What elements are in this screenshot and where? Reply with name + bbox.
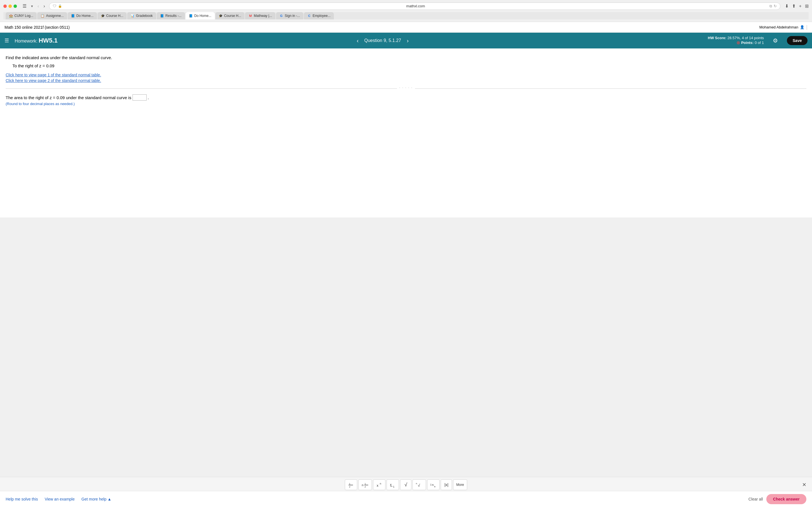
answer-row: The area to the right of z = 0.09 under … xyxy=(6,94,806,101)
homework-label: Homework: xyxy=(15,39,38,44)
tab-courseh1-label: Course H... xyxy=(106,14,123,18)
hw-score-value: 28.57%, 4 of 14 points xyxy=(727,36,764,40)
share-icon[interactable]: ⬆ xyxy=(792,3,796,9)
back-button[interactable]: ‹ xyxy=(36,3,41,10)
lock-icon: 🔒 xyxy=(58,4,62,8)
tab-employee-label: Employee... xyxy=(313,14,331,18)
question-sub-instruction: To the right of z = 0.09 xyxy=(12,63,806,68)
tab-cuny-favicon: 🏫 xyxy=(9,14,13,18)
score-section: HW Score: 28.57%, 4 of 14 points ⊗ Point… xyxy=(708,36,764,45)
tab-courseh2[interactable]: 🎓 Course H... xyxy=(215,12,245,19)
tab-employee-favicon: C xyxy=(307,14,311,18)
tab-dropdown-icon: ▼ xyxy=(31,4,34,8)
homework-title: HW5.1 xyxy=(39,37,57,44)
question-label: Question 9, 5.1.27 xyxy=(364,38,401,43)
tab-courseh2-label: Course H... xyxy=(224,14,241,18)
user-icon: 👤 xyxy=(800,25,804,29)
divider-dots: · · · · · xyxy=(397,86,415,90)
settings-button[interactable]: ⚙ xyxy=(773,37,778,44)
tab-assignme-favicon: 📋 xyxy=(41,14,45,18)
new-tab-icon[interactable]: + xyxy=(799,4,802,9)
user-name: Mohamed Abdelrahman xyxy=(759,25,798,29)
tab-courseh1[interactable]: 🎓 Course H... xyxy=(98,12,127,19)
tab-dohome2[interactable]: 📘 Do Home... xyxy=(186,12,215,19)
tab-courseh2-favicon: 🎓 xyxy=(219,14,223,18)
tab-signin-favicon: G xyxy=(280,14,283,18)
tabs-bar: 🏫 CUNY Log... 📋 Assignme... 📘 Do Home...… xyxy=(3,12,809,19)
tab-cuny[interactable]: 🏫 CUNY Log... xyxy=(6,12,37,19)
tab-dohome1-label: Do Home... xyxy=(77,14,94,18)
tab-mathway-favicon: M xyxy=(248,14,252,18)
tab-dohome1[interactable]: 📘 Do Home... xyxy=(68,12,97,19)
address-bar[interactable]: 🛡 🔒 mathxl.com ⧉ ↻ xyxy=(49,3,780,10)
prev-question-button[interactable]: ‹ xyxy=(354,36,361,45)
tab-results-label: Results -... xyxy=(165,14,182,18)
tab-signin[interactable]: G Sign in -... xyxy=(276,12,303,19)
points-label: Points: xyxy=(741,41,754,45)
hw-score-label: HW Score: xyxy=(708,36,726,40)
tab-dohome2-favicon: 📘 xyxy=(189,14,193,18)
pip-icon: ⧉ xyxy=(769,4,772,8)
answer-input[interactable] xyxy=(133,94,147,101)
points-value: 0 of 1 xyxy=(755,41,764,45)
normal-table-link-1[interactable]: Click here to view page 1 of the standar… xyxy=(6,73,806,77)
sidebar-icon: ☰ xyxy=(22,4,27,8)
tab-signin-label: Sign in -... xyxy=(285,14,300,18)
page-header: Math 150 online 2021f (section 0511) Moh… xyxy=(0,22,812,33)
error-icon: ⊗ xyxy=(737,40,740,45)
round-note: (Round to four decimal places as needed.… xyxy=(6,102,806,106)
tab-dohome1-favicon: 📘 xyxy=(71,14,75,18)
answer-suffix: . xyxy=(148,95,149,100)
content-area: Find the indicated area under the standa… xyxy=(0,48,812,217)
tab-gradebook-label: Gradebook xyxy=(136,14,153,18)
tab-assignme-label: Assignme... xyxy=(46,14,64,18)
forward-button[interactable]: › xyxy=(42,3,47,10)
tab-gradebook-favicon: 📊 xyxy=(131,14,135,18)
next-question-button[interactable]: › xyxy=(405,36,411,45)
normal-table-link-2[interactable]: Click here to view page 2 of the standar… xyxy=(6,78,806,83)
divider-section: · · · · · xyxy=(6,89,806,89)
question-instruction: Find the indicated area under the standa… xyxy=(6,55,806,60)
tab-cuny-label: CUNY Log... xyxy=(14,14,33,18)
tab-dohome2-label: Do Home... xyxy=(194,14,211,18)
tab-assignme[interactable]: 📋 Assignme... xyxy=(37,12,67,19)
app-header: ☰ Homework: HW5.1 ‹ Question 9, 5.1.27 ›… xyxy=(0,33,812,48)
download-icon[interactable]: ⬇ xyxy=(785,3,789,9)
tab-results[interactable]: 📘 Results -... xyxy=(157,12,185,19)
grid-icon[interactable]: ⊞ xyxy=(805,3,809,9)
homework-title-section: Homework: HW5.1 xyxy=(15,37,57,44)
answer-prefix: The area to the right of z = 0.09 under … xyxy=(6,95,132,100)
url-text: mathxl.com xyxy=(64,4,768,8)
window-controls xyxy=(3,4,17,8)
save-button[interactable]: Save xyxy=(787,36,808,45)
question-nav: ‹ Question 9, 5.1.27 › xyxy=(354,36,411,45)
tab-mathway[interactable]: M Mathway |... xyxy=(245,12,275,19)
tab-courseh1-favicon: 🎓 xyxy=(101,14,105,18)
course-name: Math 150 online 2021f (section 0511) xyxy=(4,25,70,30)
shield-icon: 🛡 xyxy=(53,4,56,8)
hamburger-menu-button[interactable]: ☰ xyxy=(4,38,9,44)
tab-gradebook[interactable]: 📊 Gradebook xyxy=(127,12,156,19)
tab-employee[interactable]: C Employee... xyxy=(304,12,334,19)
reload-icon: ↻ xyxy=(774,4,777,8)
divider: | xyxy=(806,24,808,30)
tab-results-favicon: 📘 xyxy=(160,14,164,18)
sidebar-toggle-button[interactable]: ☰ xyxy=(21,2,28,10)
tab-mathway-label: Mathway |... xyxy=(254,14,272,18)
